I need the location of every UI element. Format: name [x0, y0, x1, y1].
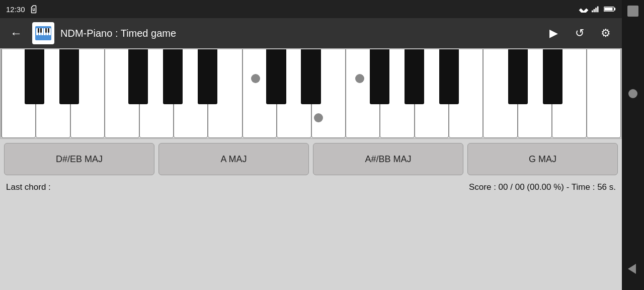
- signal-icon: [592, 6, 601, 13]
- svg-rect-4: [592, 11, 593, 13]
- black-key-6[interactable]: [266, 49, 286, 104]
- back-button[interactable]: ←: [6, 24, 26, 42]
- time-display: 12:30: [6, 5, 25, 14]
- circle-icon: [628, 89, 637, 98]
- score-text: Score : 00 / 00 (00.00 %) - Time : 56 s.: [469, 182, 616, 192]
- piano-dot-3: [314, 113, 323, 122]
- app-title: NDM-Piano : Timed game: [60, 28, 537, 39]
- black-key-1[interactable]: [25, 49, 44, 104]
- chord-button-1[interactable]: D#/EB MAJ: [4, 143, 154, 175]
- wifi-icon: [579, 6, 589, 13]
- status-bar: 12:30: [0, 0, 622, 18]
- white-key-18[interactable]: [587, 49, 621, 138]
- black-key-2[interactable]: [59, 49, 79, 104]
- status-right: [579, 6, 616, 13]
- score-bar: Last chord : Score : 00 / 00 (00.00 %) -…: [0, 179, 622, 195]
- piano-dot-1: [251, 74, 260, 83]
- chord-button-4[interactable]: G MAJ: [467, 143, 618, 175]
- black-key-7[interactable]: [301, 49, 320, 104]
- status-left: 12:30: [6, 5, 38, 14]
- sidebar-back-button[interactable]: [626, 262, 640, 276]
- black-key-4[interactable]: [163, 49, 183, 104]
- app-icon-image: [34, 24, 52, 42]
- stop-icon: [627, 6, 638, 17]
- svg-rect-6: [595, 8, 597, 12]
- svg-rect-9: [614, 8, 616, 10]
- svg-rect-18: [38, 28, 39, 33]
- svg-rect-0: [32, 9, 33, 10]
- svg-rect-21: [48, 28, 49, 33]
- sidebar-circle-button[interactable]: [626, 87, 640, 101]
- svg-rect-2: [32, 10, 35, 11]
- toolbar: ← NDM-Piano : Timed game ▶ ↺: [0, 18, 622, 48]
- piano-dot-2: [355, 74, 364, 83]
- svg-rect-1: [34, 9, 35, 10]
- main-area: 12:30: [0, 0, 622, 290]
- reload-button[interactable]: ↺: [570, 23, 590, 43]
- black-key-11[interactable]: [508, 49, 528, 104]
- chord-button-3[interactable]: A#/BB MAJ: [313, 143, 463, 175]
- black-key-3[interactable]: [128, 49, 148, 104]
- sidebar-stop-button[interactable]: [626, 4, 640, 18]
- last-chord-label: Last chord :: [6, 182, 51, 192]
- triangle-icon: [628, 264, 636, 274]
- settings-button[interactable]: ⚙: [596, 23, 616, 43]
- play-button[interactable]: ▶: [543, 23, 564, 43]
- svg-rect-10: [604, 8, 612, 11]
- sim-icon: [29, 5, 38, 14]
- black-key-9[interactable]: [405, 49, 424, 104]
- black-key-5[interactable]: [198, 49, 217, 104]
- right-sidebar: [622, 0, 644, 290]
- battery-icon: [604, 6, 616, 13]
- svg-rect-20: [45, 28, 47, 33]
- svg-rect-19: [40, 28, 42, 33]
- svg-rect-7: [597, 7, 599, 13]
- app-icon: [32, 22, 54, 44]
- black-key-10[interactable]: [439, 49, 459, 104]
- chord-buttons: D#/EB MAJ A MAJ A#/BB MAJ G MAJ: [0, 139, 622, 179]
- svg-marker-3: [579, 8, 589, 13]
- piano-container: [0, 48, 622, 139]
- svg-rect-5: [594, 9, 595, 12]
- chord-button-2[interactable]: A MAJ: [158, 143, 309, 175]
- black-key-12[interactable]: [543, 49, 562, 104]
- black-key-8[interactable]: [370, 49, 389, 104]
